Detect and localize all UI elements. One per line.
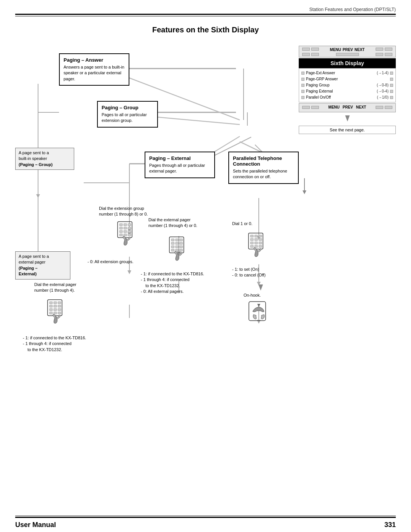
label-dial-ext-group: Dial the extension groupnumber (1 throug… — [99, 206, 148, 217]
svg-rect-59 — [54, 305, 57, 307]
svg-rect-60 — [58, 305, 61, 307]
svg-rect-85 — [255, 238, 258, 241]
keypad-ext-pager-left — [46, 299, 68, 326]
led-2 — [301, 78, 304, 81]
paging-answer-desc: Answers a page sent to a built-in speake… — [64, 64, 125, 82]
keypad-ext-group — [116, 221, 138, 248]
paging-external-title: Paging – External — [149, 155, 210, 161]
label-paralleled-options: - 1: to set (On)- 0: to cancel (Off) — [232, 267, 266, 278]
btn-1 — [390, 72, 393, 75]
keypad-on-hook — [247, 300, 271, 329]
led-5 — [301, 96, 304, 99]
next-label-bottom: NEXT — [356, 105, 366, 109]
svg-rect-61 — [49, 308, 53, 311]
svg-rect-42 — [119, 224, 123, 226]
label-kx-td816-mid: - 1: if connected to the KX-TD816. - 1 t… — [141, 271, 204, 295]
sixth-display-header: Sixth Display — [299, 58, 396, 68]
header-title: Station Features and Operation (DPT/SLT) — [309, 7, 396, 12]
svg-rect-57 — [58, 302, 61, 304]
prev-label-bottom: PREV — [342, 105, 353, 109]
svg-rect-79 — [180, 249, 183, 251]
svg-rect-49 — [124, 230, 127, 233]
label-on-hook: On-hook. — [244, 292, 261, 298]
display-row-3: Paging Group (→0-8) — [301, 82, 393, 88]
see-next-page-box: See the next page. — [299, 126, 396, 134]
footer-inner: User Manual 331 — [0, 518, 411, 532]
keypad-ext-pager-mid — [167, 236, 190, 263]
svg-rect-87 — [250, 242, 253, 244]
svg-rect-76 — [180, 246, 183, 248]
svg-rect-58 — [49, 305, 53, 307]
svg-rect-70 — [180, 239, 183, 241]
footer: User Manual 331 — [0, 516, 411, 532]
svg-rect-92 — [259, 245, 262, 248]
keypad-paralleled — [247, 232, 269, 259]
svg-marker-40 — [345, 115, 350, 121]
next-label-top: NEXT — [355, 48, 365, 52]
prev-label-top: PREV — [342, 48, 353, 52]
svg-marker-95 — [257, 304, 260, 307]
btn-4 — [390, 90, 393, 93]
paralleled-title: Paralleled Telephone Connection — [233, 155, 294, 167]
led-1 — [301, 72, 304, 75]
svg-rect-91 — [255, 245, 258, 248]
sixth-display-container: MENU PREV NEXT — [299, 46, 396, 134]
sixth-display-rows: Page-Ext Answer (→1-4) Page-GRP Answer P… — [299, 68, 396, 102]
page-title: Features on the Sixth Display — [0, 26, 411, 34]
svg-rect-66 — [58, 312, 61, 314]
paging-answer-box: Paging – Answer Answers a page sent to a… — [59, 53, 129, 86]
arrow-down-paralleled — [257, 284, 264, 292]
svg-rect-78 — [175, 249, 178, 251]
svg-rect-71 — [171, 242, 174, 244]
info-built-in-speaker: A page sent to abuilt-in speaker(Paging … — [15, 148, 74, 170]
paging-group-title: Paging – Group — [102, 105, 153, 110]
paging-external-desc: Pages through all or particular external… — [149, 163, 210, 174]
svg-marker-17 — [303, 190, 306, 194]
svg-rect-74 — [171, 246, 174, 248]
svg-rect-69 — [175, 239, 178, 241]
svg-rect-47 — [128, 227, 131, 229]
footer-rule-thin — [15, 516, 396, 516]
paging-answer-title: Paging – Answer — [64, 57, 125, 63]
svg-rect-52 — [124, 234, 127, 236]
svg-rect-75 — [175, 246, 178, 248]
footer-page-number: 331 — [384, 521, 396, 529]
btn-5 — [390, 96, 393, 99]
top-rule-thick — [15, 14, 396, 15]
display-row-4: Paging External (→0-4) — [301, 88, 393, 94]
svg-rect-84 — [250, 238, 253, 241]
svg-rect-63 — [58, 308, 61, 311]
svg-rect-64 — [49, 312, 53, 314]
led-4 — [301, 90, 304, 93]
label-dial-1-or-0: Dial 1 or 0. — [232, 221, 252, 227]
svg-rect-53 — [128, 234, 131, 236]
paralleled-desc: Sets the paralleled telephone connection… — [233, 168, 294, 180]
paging-external-box: Paging – External Pages through all or p… — [145, 152, 215, 178]
label-dial-ext-pager: Dial the external pagernumber (1 through… — [34, 282, 76, 294]
svg-rect-68 — [171, 239, 174, 241]
keypad-svg-1 — [116, 221, 138, 247]
main-content: MENU PREV NEXT — [15, 46, 396, 510]
svg-rect-51 — [119, 234, 123, 236]
display-row-1: Page-Ext Answer (→1-4) — [301, 70, 393, 76]
svg-marker-93 — [258, 284, 263, 291]
svg-rect-82 — [255, 235, 258, 237]
svg-rect-45 — [119, 227, 123, 229]
menu-label-top: MENU — [330, 48, 341, 52]
paging-group-box: Paging – Group Pages to all or particula… — [97, 101, 158, 128]
svg-rect-56 — [54, 302, 57, 304]
svg-rect-88 — [255, 242, 258, 244]
svg-rect-65 — [54, 312, 57, 314]
svg-rect-77 — [171, 249, 174, 251]
display-row-5: Parallel On/Off (→1/0) — [301, 94, 393, 101]
display-row-2: Page-GRP Answer — [301, 76, 393, 82]
svg-rect-55 — [49, 302, 53, 304]
paralleled-box: Paralleled Telephone Connection Sets the… — [228, 152, 299, 184]
led-3 — [301, 84, 304, 87]
label-kx-td816-left: - 1: if connected to the KX-TD816. - 1 t… — [23, 335, 86, 353]
btn-3 — [390, 84, 393, 87]
svg-rect-44 — [128, 224, 131, 226]
svg-rect-73 — [180, 242, 183, 244]
svg-rect-72 — [175, 242, 178, 244]
svg-rect-83 — [259, 235, 262, 237]
